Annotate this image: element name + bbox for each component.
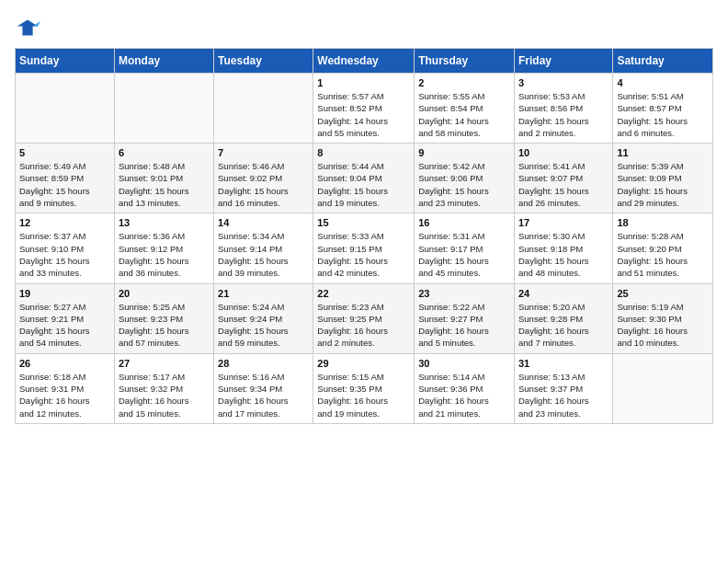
calendar-cell: 1Sunrise: 5:57 AM Sunset: 8:52 PM Daylig… [313, 74, 415, 144]
day-number: 3 [518, 77, 609, 88]
day-number: 22 [317, 288, 410, 299]
calendar-cell: 24Sunrise: 5:20 AM Sunset: 9:28 PM Dayli… [514, 283, 612, 353]
day-number: 28 [218, 358, 309, 369]
day-number: 4 [617, 77, 709, 88]
calendar-cell: 20Sunrise: 5:25 AM Sunset: 9:23 PM Dayli… [114, 283, 213, 353]
day-info: Sunrise: 5:33 AM Sunset: 9:15 PM Dayligh… [317, 230, 410, 279]
day-number: 11 [617, 147, 709, 158]
day-number: 9 [418, 147, 510, 158]
calendar-cell: 31Sunrise: 5:13 AM Sunset: 9:37 PM Dayli… [514, 353, 612, 423]
calendar-cell [613, 353, 713, 423]
day-info: Sunrise: 5:27 AM Sunset: 9:21 PM Dayligh… [19, 301, 110, 350]
calendar-cell: 12Sunrise: 5:37 AM Sunset: 9:10 PM Dayli… [16, 213, 115, 283]
day-info: Sunrise: 5:51 AM Sunset: 8:57 PM Dayligh… [617, 90, 709, 139]
calendar-cell [16, 74, 115, 144]
calendar-cell: 26Sunrise: 5:18 AM Sunset: 9:31 PM Dayli… [16, 353, 115, 423]
day-number: 29 [317, 358, 410, 369]
day-number: 26 [19, 358, 110, 369]
day-number: 5 [19, 147, 110, 158]
calendar-cell: 14Sunrise: 5:34 AM Sunset: 9:14 PM Dayli… [214, 213, 313, 283]
calendar-header-thursday: Thursday [415, 49, 515, 74]
day-info: Sunrise: 5:53 AM Sunset: 8:56 PM Dayligh… [518, 90, 609, 139]
calendar-cell: 27Sunrise: 5:17 AM Sunset: 9:32 PM Dayli… [114, 353, 213, 423]
day-info: Sunrise: 5:19 AM Sunset: 9:30 PM Dayligh… [617, 301, 709, 350]
day-number: 16 [418, 217, 510, 228]
day-number: 12 [19, 217, 110, 228]
calendar-cell: 10Sunrise: 5:41 AM Sunset: 9:07 PM Dayli… [514, 144, 612, 213]
calendar-cell: 30Sunrise: 5:14 AM Sunset: 9:36 PM Dayli… [415, 353, 515, 423]
day-info: Sunrise: 5:24 AM Sunset: 9:24 PM Dayligh… [218, 301, 309, 350]
calendar-cell: 7Sunrise: 5:46 AM Sunset: 9:02 PM Daylig… [214, 144, 313, 213]
day-info: Sunrise: 5:15 AM Sunset: 9:35 PM Dayligh… [317, 371, 410, 419]
calendar-cell [114, 74, 213, 144]
calendar-cell: 16Sunrise: 5:31 AM Sunset: 9:17 PM Dayli… [415, 213, 515, 283]
calendar-week-row: 19Sunrise: 5:27 AM Sunset: 9:21 PM Dayli… [16, 283, 713, 353]
day-number: 24 [518, 288, 609, 299]
calendar-header-monday: Monday [114, 49, 213, 74]
day-number: 25 [617, 288, 709, 299]
day-info: Sunrise: 5:37 AM Sunset: 9:10 PM Dayligh… [19, 230, 110, 279]
day-info: Sunrise: 5:16 AM Sunset: 9:34 PM Dayligh… [218, 371, 309, 419]
calendar-table: SundayMondayTuesdayWednesdayThursdayFrid… [15, 48, 713, 424]
calendar-week-row: 12Sunrise: 5:37 AM Sunset: 9:10 PM Dayli… [16, 213, 713, 283]
logo [15, 15, 44, 40]
day-info: Sunrise: 5:20 AM Sunset: 9:28 PM Dayligh… [518, 301, 609, 350]
day-number: 7 [218, 147, 309, 158]
calendar-cell: 25Sunrise: 5:19 AM Sunset: 9:30 PM Dayli… [613, 283, 713, 353]
calendar-cell: 2Sunrise: 5:55 AM Sunset: 8:54 PM Daylig… [415, 74, 515, 144]
calendar-cell: 18Sunrise: 5:28 AM Sunset: 9:20 PM Dayli… [613, 213, 713, 283]
day-number: 30 [418, 358, 510, 369]
day-info: Sunrise: 5:36 AM Sunset: 9:12 PM Dayligh… [119, 230, 210, 279]
day-info: Sunrise: 5:41 AM Sunset: 9:07 PM Dayligh… [518, 160, 609, 209]
svg-marker-0 [17, 20, 38, 36]
day-number: 8 [317, 147, 410, 158]
day-info: Sunrise: 5:23 AM Sunset: 9:25 PM Dayligh… [317, 301, 410, 350]
day-info: Sunrise: 5:34 AM Sunset: 9:14 PM Dayligh… [218, 230, 309, 279]
day-number: 20 [119, 288, 210, 299]
day-info: Sunrise: 5:49 AM Sunset: 8:59 PM Dayligh… [19, 160, 110, 209]
day-number: 17 [518, 217, 609, 228]
svg-marker-1 [33, 21, 40, 27]
calendar-week-row: 1Sunrise: 5:57 AM Sunset: 8:52 PM Daylig… [16, 74, 713, 144]
day-number: 14 [218, 217, 309, 228]
calendar-cell: 15Sunrise: 5:33 AM Sunset: 9:15 PM Dayli… [313, 213, 415, 283]
day-info: Sunrise: 5:22 AM Sunset: 9:27 PM Dayligh… [418, 301, 510, 350]
calendar-cell: 11Sunrise: 5:39 AM Sunset: 9:09 PM Dayli… [613, 144, 713, 213]
calendar-cell [214, 74, 313, 144]
page-header [15, 15, 713, 40]
day-number: 10 [518, 147, 609, 158]
day-info: Sunrise: 5:13 AM Sunset: 9:37 PM Dayligh… [518, 371, 609, 419]
day-number: 31 [518, 358, 609, 369]
calendar-cell: 17Sunrise: 5:30 AM Sunset: 9:18 PM Dayli… [514, 213, 612, 283]
calendar-week-row: 26Sunrise: 5:18 AM Sunset: 9:31 PM Dayli… [16, 353, 713, 423]
calendar-cell: 19Sunrise: 5:27 AM Sunset: 9:21 PM Dayli… [16, 283, 115, 353]
day-number: 18 [617, 217, 709, 228]
calendar-week-row: 5Sunrise: 5:49 AM Sunset: 8:59 PM Daylig… [16, 144, 713, 213]
calendar-header-row: SundayMondayTuesdayWednesdayThursdayFrid… [16, 49, 713, 74]
day-number: 2 [418, 77, 510, 88]
calendar-cell: 4Sunrise: 5:51 AM Sunset: 8:57 PM Daylig… [613, 74, 713, 144]
day-info: Sunrise: 5:55 AM Sunset: 8:54 PM Dayligh… [418, 90, 510, 139]
calendar-cell: 9Sunrise: 5:42 AM Sunset: 9:06 PM Daylig… [415, 144, 515, 213]
calendar-cell: 22Sunrise: 5:23 AM Sunset: 9:25 PM Dayli… [313, 283, 415, 353]
day-info: Sunrise: 5:42 AM Sunset: 9:06 PM Dayligh… [418, 160, 510, 209]
day-info: Sunrise: 5:30 AM Sunset: 9:18 PM Dayligh… [518, 230, 609, 279]
calendar-cell: 3Sunrise: 5:53 AM Sunset: 8:56 PM Daylig… [514, 74, 612, 144]
day-number: 19 [19, 288, 110, 299]
day-info: Sunrise: 5:48 AM Sunset: 9:01 PM Dayligh… [119, 160, 210, 209]
day-info: Sunrise: 5:46 AM Sunset: 9:02 PM Dayligh… [218, 160, 309, 209]
day-info: Sunrise: 5:25 AM Sunset: 9:23 PM Dayligh… [119, 301, 210, 350]
day-number: 13 [119, 217, 210, 228]
day-number: 1 [317, 77, 410, 88]
logo-icon [15, 15, 40, 40]
day-info: Sunrise: 5:44 AM Sunset: 9:04 PM Dayligh… [317, 160, 410, 209]
day-info: Sunrise: 5:57 AM Sunset: 8:52 PM Dayligh… [317, 90, 410, 139]
calendar-header-saturday: Saturday [613, 49, 713, 74]
day-number: 21 [218, 288, 309, 299]
day-number: 15 [317, 217, 410, 228]
calendar-cell: 29Sunrise: 5:15 AM Sunset: 9:35 PM Dayli… [313, 353, 415, 423]
calendar-cell: 8Sunrise: 5:44 AM Sunset: 9:04 PM Daylig… [313, 144, 415, 213]
calendar-cell: 21Sunrise: 5:24 AM Sunset: 9:24 PM Dayli… [214, 283, 313, 353]
day-info: Sunrise: 5:39 AM Sunset: 9:09 PM Dayligh… [617, 160, 709, 209]
day-info: Sunrise: 5:14 AM Sunset: 9:36 PM Dayligh… [418, 371, 510, 419]
